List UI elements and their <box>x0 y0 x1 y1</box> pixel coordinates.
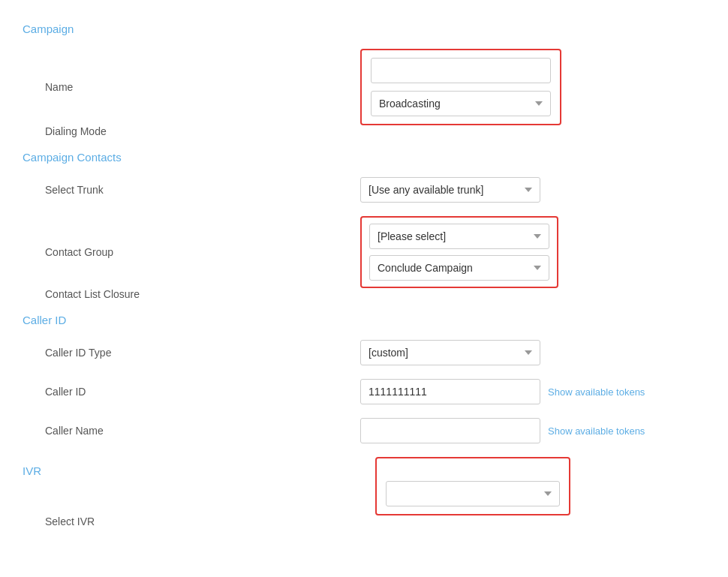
campaign-contacts-title: Campaign Contacts <box>23 151 705 164</box>
campaign-name-label: Name <box>45 81 360 93</box>
ivr-highlight <box>375 457 570 515</box>
caller-name-wrapper: Show available tokens <box>360 418 645 443</box>
caller-id-type-row: Caller ID Type [custom] <box>23 340 705 365</box>
contact-group-row: Contact Group [Please select] Conclude C… <box>23 216 705 288</box>
select-trunk-label: Select Trunk <box>45 184 360 196</box>
contact-list-closure-label: Contact List Closure <box>45 288 360 300</box>
contact-group-wrapper: [Please select] Conclude Campaign <box>360 216 558 288</box>
select-trunk-wrapper: [Use any available trunk] <box>360 177 540 203</box>
caller-name-token-link[interactable]: Show available tokens <box>548 425 645 437</box>
contact-list-closure-select-inner[interactable]: Conclude Campaign <box>369 255 549 281</box>
contact-group-select[interactable]: [Please select] <box>369 224 549 249</box>
contact-group-highlight: [Please select] Conclude Campaign <box>360 216 558 288</box>
caller-name-row: Caller Name Show available tokens <box>23 418 705 443</box>
caller-id-token-link[interactable]: Show available tokens <box>548 386 645 398</box>
ivr-title: IVR <box>23 464 375 477</box>
caller-id-section: Caller ID Caller ID Type [custom] Caller… <box>23 314 705 443</box>
caller-name-label: Caller Name <box>45 425 360 437</box>
campaign-section-title: Campaign <box>23 23 705 35</box>
select-ivr-select[interactable] <box>386 481 560 506</box>
campaign-contacts-section: Campaign Contacts Select Trunk [Use any … <box>23 151 705 300</box>
campaign-name-highlight: Broadcasting Predictive Preview Progress… <box>360 49 561 125</box>
caller-id-input[interactable] <box>360 379 540 404</box>
select-trunk-row: Select Trunk [Use any available trunk] <box>23 177 705 203</box>
dialing-mode-label: Dialing Mode <box>45 125 360 137</box>
select-ivr-label: Select IVR <box>45 515 360 527</box>
campaign-name-row: Name Broadcasting Predictive Preview Pro… <box>23 49 705 125</box>
campaign-name-input[interactable] <box>371 58 551 83</box>
ivr-section: IVR Select IVR <box>23 457 705 527</box>
contact-group-label: Contact Group <box>45 246 360 258</box>
campaign-section: Campaign Name Broadcasting Predictive Pr… <box>23 23 705 137</box>
dialing-mode-select[interactable]: Broadcasting Predictive Preview Progress… <box>371 91 551 116</box>
select-ivr-label-row: Select IVR <box>23 515 705 527</box>
caller-id-title: Caller ID <box>23 314 705 326</box>
caller-id-row: Caller ID Show available tokens <box>23 379 705 404</box>
select-trunk-select[interactable]: [Use any available trunk] <box>360 177 540 203</box>
caller-name-input[interactable] <box>360 418 540 443</box>
caller-id-type-wrapper: [custom] <box>360 340 540 365</box>
caller-id-label: Caller ID <box>45 386 360 398</box>
caller-id-wrapper: Show available tokens <box>360 379 645 404</box>
contact-list-closure-label-row: Contact List Closure <box>23 288 705 300</box>
caller-id-type-label: Caller ID Type <box>45 347 360 359</box>
caller-id-type-select[interactable]: [custom] <box>360 340 540 365</box>
dialing-mode-label-row: Dialing Mode <box>23 125 705 137</box>
